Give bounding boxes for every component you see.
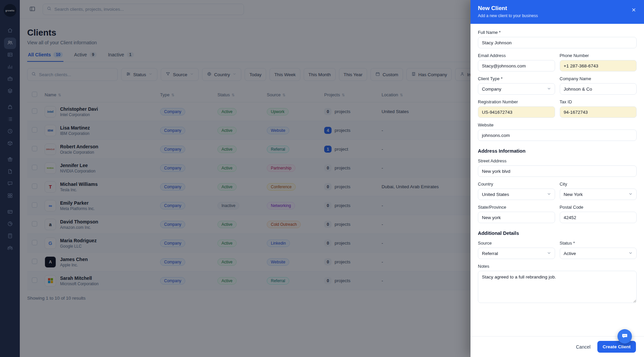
chat-widget-button[interactable] [617,329,632,344]
chevron-down-icon [628,192,633,197]
email-input[interactable] [478,60,555,71]
client-type-label: Client Type * [478,76,555,81]
company-name-input[interactable] [560,83,637,95]
chevron-down-icon [547,192,551,197]
create-client-button[interactable]: Create Client [597,341,636,353]
source-value: Referral [482,251,498,256]
address-section-heading: Address Information [478,148,637,154]
client-type-select[interactable]: Company [478,83,555,95]
chat-bubble-icon [621,333,628,341]
source-label: Source [478,241,555,246]
website-input[interactable] [478,130,637,141]
state-label: State/Province [478,205,555,210]
full-name-input[interactable] [478,37,637,48]
notes-textarea[interactable]: Stacy agreed to a full rebranding job. [478,271,637,303]
email-label: Email Address [478,53,555,58]
tax-id-label: Tax ID [560,99,637,104]
country-label: Country [478,182,555,187]
additional-details-heading: Additional Details [478,231,637,236]
status-select[interactable]: Active [560,248,637,259]
drawer-form: Full Name * Email Address Phone Number C… [470,24,644,336]
city-value: New York [564,192,583,197]
source-select[interactable]: Referral [478,248,555,259]
phone-label: Phone Number [560,53,637,58]
cancel-button[interactable]: Cancel [576,344,591,350]
drawer-title: New Client [478,5,637,12]
postal-code-label: Postal Code [560,205,637,210]
registration-number-label: Registration Number [478,99,555,104]
chevron-down-icon [547,251,551,256]
drawer-header: New Client Add a new client to your busi… [470,0,644,24]
company-name-label: Company Name [560,76,637,81]
notes-label: Notes [478,264,637,269]
state-input[interactable] [478,212,555,223]
drawer-subtitle: Add a new client to your business [478,13,637,18]
full-name-label: Full Name * [478,30,637,35]
country-select[interactable]: United States [478,189,555,200]
tax-id-input[interactable] [560,106,637,118]
new-client-drawer: New Client Add a new client to your busi… [470,0,644,357]
country-value: United States [482,192,509,197]
chevron-down-icon [547,86,551,92]
city-select[interactable]: New York [560,189,637,200]
city-label: City [560,182,637,187]
status-value: Active [564,251,576,256]
chevron-down-icon [628,251,633,256]
street-address-input[interactable] [478,165,637,177]
registration-number-input[interactable] [478,106,555,118]
status-label: Status * [560,241,637,246]
close-icon [631,7,636,13]
phone-input[interactable] [560,60,637,71]
client-type-value: Company [482,87,501,92]
postal-code-input[interactable] [560,212,637,223]
street-address-label: Street Address [478,158,637,163]
website-label: Website [478,122,637,128]
close-button[interactable] [629,6,638,15]
